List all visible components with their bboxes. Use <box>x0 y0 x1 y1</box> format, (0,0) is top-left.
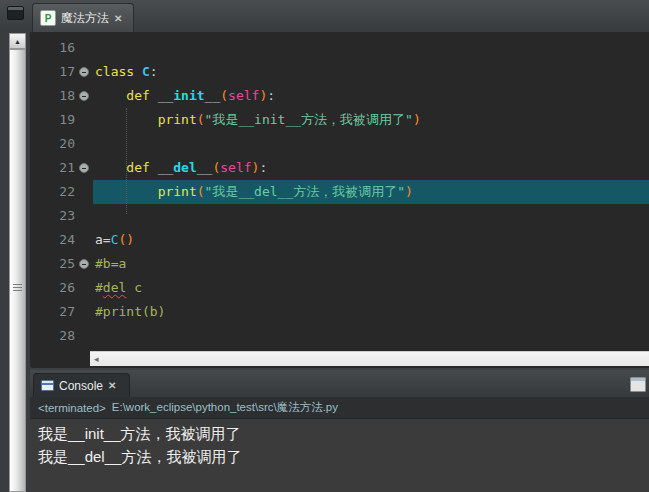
code-text-26[interactable]: #del c <box>93 276 649 300</box>
terminated-label: <terminated> <box>38 402 106 414</box>
editor-tab-close-icon[interactable]: ✕ <box>114 13 122 24</box>
code-line-20: 20 <box>30 132 649 156</box>
console-tab[interactable]: Console ✕ <box>33 373 130 397</box>
code-text-17[interactable]: class C: <box>93 60 649 84</box>
ide-window: P 魔法方法 ✕ ▲ 1617class C:18 def __init__(s… <box>0 0 649 492</box>
line-number-28[interactable]: 28 <box>30 324 78 348</box>
fold-collapse-icon[interactable] <box>79 91 89 101</box>
scroll-left-arrow-icon[interactable]: ◂ <box>90 352 99 366</box>
code-line-21: 21 def __del__(self): <box>30 156 649 180</box>
fold-column <box>78 204 93 228</box>
code-token: "我是__del__方法，我被调用了" <box>205 184 405 199</box>
fold-column <box>78 108 93 132</box>
restore-console-icon[interactable] <box>630 377 646 392</box>
code-line-26: 26#del c <box>30 276 649 300</box>
line-number-21[interactable]: 21 <box>30 156 78 180</box>
editor-tab[interactable]: P 魔法方法 ✕ <box>32 3 134 32</box>
scrollbar-grip-icon <box>13 284 22 292</box>
code-token: self <box>228 88 259 103</box>
scroll-up-arrow-icon[interactable]: ▲ <box>9 33 26 49</box>
fold-column <box>78 60 93 84</box>
code-token: def <box>126 160 157 175</box>
code-text-28[interactable] <box>93 324 649 348</box>
code-token: : <box>267 88 275 103</box>
restore-view-icon[interactable] <box>7 6 24 20</box>
code-text-22[interactable]: print("我是__del__方法，我被调用了") <box>93 180 649 204</box>
fold-column <box>78 252 93 276</box>
line-number-22[interactable]: 22 <box>30 180 78 204</box>
code-line-22: 22 print("我是__del__方法，我被调用了") <box>30 180 649 204</box>
code-token: ( <box>197 112 205 127</box>
code-text-16[interactable] <box>93 36 649 60</box>
code-token: : <box>150 64 158 79</box>
code-token: = <box>103 232 111 247</box>
code-editor[interactable]: 1617class C:18 def __init__(self):19 pri… <box>30 32 649 368</box>
code-token: ( <box>197 184 205 199</box>
program-path: E:\work_eclipse\python_test\src\魔法方法.py <box>112 400 338 415</box>
line-number-16[interactable]: 16 <box>30 36 78 60</box>
code-text-27[interactable]: #print(b) <box>93 300 649 324</box>
fold-collapse-icon[interactable] <box>79 163 89 173</box>
code-token: init <box>173 88 204 103</box>
code-token: # <box>95 280 103 295</box>
code-text-24[interactable]: a=C() <box>93 228 649 252</box>
code-token: __ <box>205 88 221 103</box>
code-token: : <box>259 160 267 175</box>
line-number-20[interactable]: 20 <box>30 132 78 156</box>
code-line-25: 25#b=a <box>30 252 649 276</box>
line-number-24[interactable]: 24 <box>30 228 78 252</box>
code-token: def <box>126 88 157 103</box>
code-line-18: 18 def __init__(self): <box>30 84 649 108</box>
fold-column <box>78 156 93 180</box>
line-number-23[interactable]: 23 <box>30 204 78 228</box>
code-token: __ <box>158 88 174 103</box>
fold-column <box>78 228 93 252</box>
python-file-icon: P <box>40 10 56 26</box>
code-text-25[interactable]: #b=a <box>93 252 649 276</box>
code-text-19[interactable]: print("我是__init__方法，我被调用了") <box>93 108 649 132</box>
code-token: print <box>158 112 197 127</box>
code-token: c <box>126 280 142 295</box>
code-lines: 1617class C:18 def __init__(self):19 pri… <box>30 36 649 348</box>
code-token <box>95 184 158 199</box>
console-tab-close-icon[interactable]: ✕ <box>108 380 116 391</box>
code-token: #print(b) <box>95 304 165 319</box>
code-token <box>95 160 126 175</box>
code-text-18[interactable]: def __init__(self): <box>93 84 649 108</box>
code-token <box>95 88 126 103</box>
fold-collapse-icon[interactable] <box>79 259 89 269</box>
console-output[interactable]: 我是__init__方法，我被调用了我是__del__方法，我被调用了 <box>30 419 649 492</box>
vertical-scrollbar[interactable]: ▲ <box>9 33 26 492</box>
line-number-18[interactable]: 18 <box>30 84 78 108</box>
console-output-line-1: 我是__init__方法，我被调用了 <box>30 422 649 445</box>
line-number-25[interactable]: 25 <box>30 252 78 276</box>
fold-column <box>78 300 93 324</box>
fold-collapse-icon[interactable] <box>79 67 89 77</box>
code-token <box>95 112 158 127</box>
code-token: ) <box>413 112 421 127</box>
code-token: del <box>103 280 126 295</box>
vertical-scrollbar-thumb[interactable] <box>9 49 26 492</box>
code-token: ( <box>220 88 228 103</box>
code-line-24: 24a=C() <box>30 228 649 252</box>
code-text-20[interactable] <box>93 132 649 156</box>
fold-column <box>78 276 93 300</box>
horizontal-scrollbar[interactable]: ◂ <box>90 351 649 366</box>
code-token: del <box>173 160 196 175</box>
fold-column <box>78 132 93 156</box>
console-tab-bar: Console ✕ <box>30 370 649 397</box>
line-number-17[interactable]: 17 <box>30 60 78 84</box>
console-status-line: <terminated> E:\work_eclipse\python_test… <box>30 397 649 419</box>
line-number-27[interactable]: 27 <box>30 300 78 324</box>
code-line-28: 28 <box>30 324 649 348</box>
fold-column <box>78 84 93 108</box>
code-token: a <box>95 232 103 247</box>
code-token: ) <box>126 232 134 247</box>
code-line-23: 23 <box>30 204 649 228</box>
code-text-23[interactable] <box>93 204 649 228</box>
code-text-21[interactable]: def __del__(self): <box>93 156 649 180</box>
fold-column <box>78 36 93 60</box>
line-number-19[interactable]: 19 <box>30 108 78 132</box>
line-number-26[interactable]: 26 <box>30 276 78 300</box>
fold-column <box>78 324 93 348</box>
